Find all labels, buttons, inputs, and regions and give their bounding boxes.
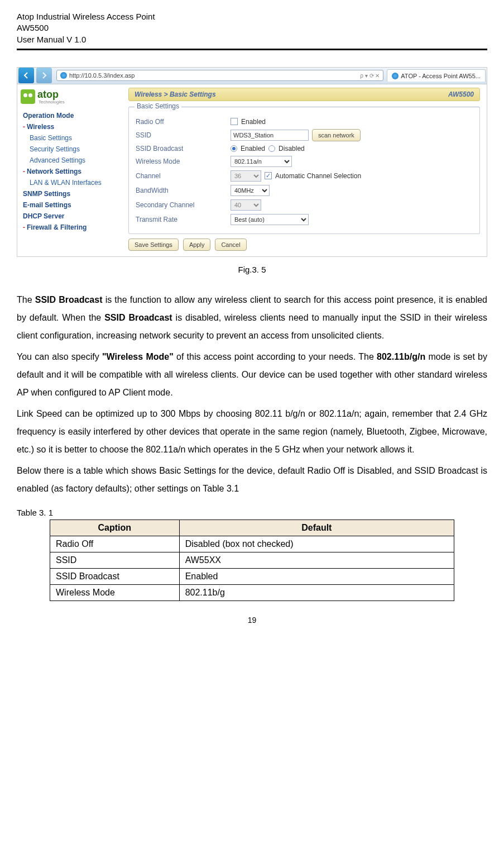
cancel-button[interactable]: Cancel (215, 239, 246, 251)
secondary-channel-select[interactable]: 40 (231, 199, 261, 211)
url-bar[interactable]: http://10.0.5.3/index.asp ρ ▾ ⟳ ✕ (56, 70, 383, 81)
header-line1: Atop Industrial Wireless Access Point (17, 11, 487, 22)
header-line2: AW5500 (17, 22, 487, 34)
th-default: Default (179, 520, 454, 536)
label-wireless-mode: Wireless Mode (136, 158, 231, 165)
row-ssid-broadcast: SSID Broadcast Enabled Disabled (136, 143, 473, 154)
cell-caption: SSID Broadcast (50, 568, 180, 584)
label-ssid: SSID (136, 131, 231, 139)
back-button[interactable] (18, 68, 34, 83)
scan-network-button[interactable]: scan network (312, 129, 361, 141)
logo-icon (21, 89, 35, 104)
embedded-screenshot: http://10.0.5.3/index.asp ρ ▾ ⟳ ✕ ATOP -… (17, 67, 487, 257)
sidebar-item-snmp[interactable]: SNMP Settings (21, 188, 123, 199)
label-radio-off: Radio Off (136, 118, 231, 126)
main-panel: Wireless > Basic Settings AW5500 Basic S… (126, 84, 487, 256)
save-settings-button[interactable]: Save Settings (128, 239, 179, 251)
bandwidth-select[interactable]: 40MHz (231, 185, 270, 196)
cell-caption: SSID (50, 552, 180, 568)
row-wireless-mode: Wireless Mode 802.11a/n (136, 154, 473, 169)
sidebar-item-firewall[interactable]: Firewall & Filtering (21, 222, 123, 233)
ie-icon (392, 73, 399, 79)
sidebar-item-lan-wlan[interactable]: LAN & WLAN Interfaces (21, 177, 123, 188)
apply-button[interactable]: Apply (183, 239, 211, 251)
auto-channel-text: Automatic Channel Selection (275, 172, 361, 180)
page-number: 19 (17, 616, 487, 625)
radio-off-enabled-text: Enabled (241, 118, 266, 126)
auto-channel-checkbox[interactable] (265, 172, 272, 179)
label-secondary-channel: Secondary Channel (136, 201, 231, 209)
sidebar-item-operation-mode[interactable]: Operation Mode (21, 110, 123, 121)
figure-caption: Fig.3. 5 (17, 265, 487, 274)
paragraph-2: You can also specify "Wireless Mode" of … (17, 348, 487, 402)
logo-text: atop (37, 89, 65, 101)
radio-off-checkbox[interactable] (231, 118, 238, 125)
breadcrumb-path: Wireless > Basic Settings (135, 90, 216, 98)
ssid-input[interactable] (231, 130, 309, 141)
forward-button[interactable] (36, 68, 52, 83)
ssid-broadcast-enabled-text: Enabled (241, 145, 265, 153)
doc-header: Atop Industrial Wireless Access Point AW… (17, 11, 487, 50)
url-controls: ρ ▾ ⟳ ✕ (360, 73, 380, 79)
sidebar-item-basic-settings[interactable]: Basic Settings (21, 132, 123, 144)
table-row: Wireless Mode 802.11b/g (50, 584, 454, 601)
label-ssid-broadcast: SSID Broadcast (136, 145, 231, 153)
row-radio-off: Radio Off Enabled (136, 116, 473, 127)
sidebar-item-wireless[interactable]: Wireless (21, 121, 123, 132)
ssid-broadcast-enabled-radio[interactable] (231, 145, 237, 152)
transmit-rate-select[interactable]: Best (auto) (231, 214, 309, 225)
row-secondary-channel: Secondary Channel 40 (136, 198, 473, 212)
table-row: Radio Off Disabled (box not checked) (50, 536, 454, 552)
table-row: SSID Broadcast Enabled (50, 568, 454, 584)
cell-default: Disabled (box not checked) (179, 536, 454, 552)
table-caption: Table 3. 1 (17, 508, 487, 517)
th-caption: Caption (50, 520, 180, 536)
arrow-right-icon (41, 72, 47, 79)
action-buttons: Save Settings Apply Cancel (128, 239, 480, 251)
paragraph-3: Link Speed can be optimized up to 300 Mb… (17, 405, 487, 459)
sidebar-item-email[interactable]: E-mail Settings (21, 199, 123, 211)
ie-icon (60, 72, 67, 79)
table-header-row: Caption Default (50, 520, 454, 536)
cell-default: AW55XX (179, 552, 454, 568)
paragraph-4: Below there is a table which shows Basic… (17, 462, 487, 498)
cell-caption: Wireless Mode (50, 584, 180, 601)
fieldset-title: Basic Settings (135, 102, 181, 110)
sidebar-item-network-settings[interactable]: Network Settings (21, 166, 123, 177)
paragraph-1: The SSID Broadcast is the function to al… (17, 291, 487, 345)
label-transmit-rate: Transmit Rate (136, 216, 231, 223)
cell-default: 802.11b/g (179, 584, 454, 601)
logo: atop Technologies (21, 89, 123, 104)
breadcrumb-model: AW5500 (448, 90, 474, 98)
url-text: http://10.0.5.3/index.asp (69, 72, 135, 79)
row-bandwidth: BandWidth 40MHz (136, 183, 473, 198)
breadcrumb: Wireless > Basic Settings AW5500 (128, 88, 480, 101)
label-bandwidth: BandWidth (136, 187, 231, 194)
wireless-mode-select[interactable]: 802.11a/n (231, 156, 292, 167)
arrow-left-icon (23, 72, 30, 79)
sidebar: atop Technologies Operation Mode Wireles… (17, 84, 126, 256)
ssid-broadcast-disabled-radio[interactable] (268, 145, 275, 152)
sidebar-item-security-settings[interactable]: Security Settings (21, 144, 123, 155)
row-transmit-rate: Transmit Rate Best (auto) (136, 212, 473, 227)
cell-caption: Radio Off (50, 536, 180, 552)
logo-subtext: Technologies (39, 99, 65, 104)
ssid-broadcast-disabled-text: Disabled (279, 145, 305, 153)
row-ssid: SSID scan network (136, 127, 473, 143)
browser-bar: http://10.0.5.3/index.asp ρ ▾ ⟳ ✕ ATOP -… (17, 68, 487, 84)
table-row: SSID AW55XX (50, 552, 454, 568)
body-text: The SSID Broadcast is the function to al… (17, 291, 487, 498)
label-channel: Channel (136, 172, 231, 180)
cell-default: Enabled (179, 568, 454, 584)
browser-tab[interactable]: ATOP - Access Point AW55... (387, 69, 486, 82)
defaults-table: Caption Default Radio Off Disabled (box … (50, 520, 454, 601)
channel-select[interactable]: 36 (231, 170, 261, 182)
header-line3: User Manual V 1.0 (17, 34, 487, 45)
basic-settings-fieldset: Basic Settings Radio Off Enabled SSID sc… (128, 107, 480, 234)
tab-title: ATOP - Access Point AW55... (401, 73, 481, 79)
sidebar-item-dhcp[interactable]: DHCP Server (21, 211, 123, 222)
sidebar-item-advanced-settings[interactable]: Advanced Settings (21, 155, 123, 166)
row-channel: Channel 36 Automatic Channel Selection (136, 169, 473, 183)
screenshot-body: atop Technologies Operation Mode Wireles… (17, 84, 487, 256)
